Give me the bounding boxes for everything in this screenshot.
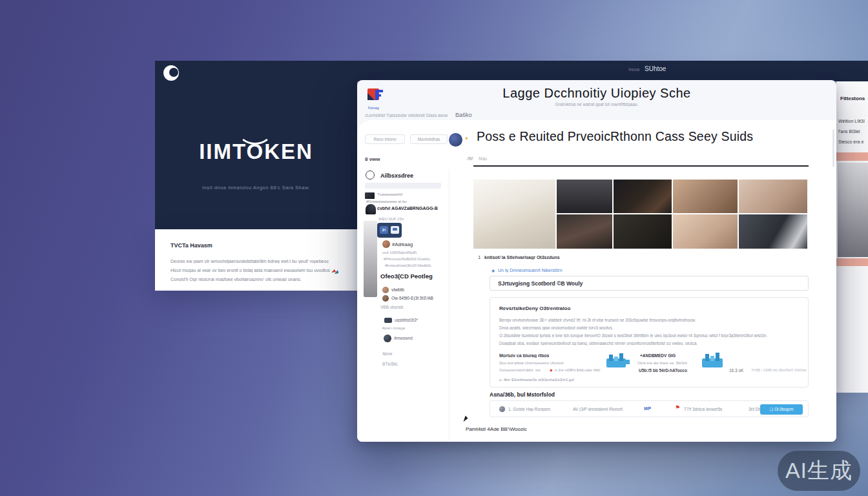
review-tag: WP	[644, 406, 651, 411]
sidebar-search-bar[interactable]	[365, 183, 441, 189]
star-icon: ✦	[464, 136, 469, 141]
alert-dot-icon: ◆	[550, 367, 553, 372]
stats-left-line: Ocrsootonstört'ddrtr .tvs	[499, 368, 550, 372]
meta-right: Map.	[479, 156, 488, 161]
sidebar-item-line: #Nrwwwwwwwwe at bu	[366, 200, 442, 203]
extra-name: #pwn mvwga	[382, 326, 431, 330]
promo-colorful-icon	[331, 268, 339, 275]
collage-photo[interactable]	[557, 214, 612, 249]
extra-name[interactable]: ugsbtbst3t3*	[395, 318, 444, 322]
person-name[interactable]: Ow-545t0-E(3t 5t3'/AB	[391, 296, 446, 300]
side-page-accent-bar	[836, 258, 868, 266]
user-name[interactable]: #Adrkaag	[392, 242, 444, 247]
card-paragraph-line: Bengv onvtoevtoowe 3E+ ytabtelr ctvne2 t…	[499, 318, 791, 322]
sidebar-item-line[interactable]: Tvwwwwwwh/l	[377, 192, 442, 196]
app-subtitle: Gratrvktras ne watrat gpat tut rownttftt…	[357, 102, 836, 107]
site-nav-link-primary[interactable]: SUhtoe	[645, 65, 666, 72]
site-nav-link-secondary[interactable]: Inova	[628, 67, 639, 72]
collage-photo[interactable]	[673, 180, 738, 213]
collage-photo[interactable]	[673, 214, 738, 249]
collage-photo[interactable]	[557, 180, 612, 213]
side-page-panel: Fittestons Wéltion L9t3I f'ans Bl3lel St…	[836, 81, 868, 393]
thumb-image[interactable]	[365, 192, 375, 199]
list-number: 1	[478, 254, 480, 260]
cursor-pointer-icon	[464, 415, 469, 422]
people-sub: VBB vbsnsb	[380, 305, 432, 309]
topic-link[interactable]: Un ty Dmneomsuknrt Nikerstõrn	[498, 268, 640, 273]
heading-underline	[473, 165, 809, 167]
description-card: RevsrtsikeDeny O3trentraloo Bengv onvtoe…	[490, 297, 809, 388]
card-paragraph-line: Droa azails, wiezmass gaw onoiomodoot ow…	[499, 326, 791, 330]
user-line: #bvtsodrtstst3b/d3 bbtdbbL	[385, 264, 446, 267]
side-page-title: Fittestons	[840, 96, 867, 101]
title-input[interactable]: SJrtuvgisng Scotbord ©B Wouly	[490, 276, 809, 291]
bar-chart-icon	[605, 352, 631, 369]
collage-photo[interactable]	[614, 214, 672, 249]
title-input-value: SJrtuvgisng Scotbord ©B Wouly	[498, 280, 808, 287]
sidebar-footer-line[interactable]: BTtu5bL	[382, 362, 421, 366]
collage-photo[interactable]	[739, 214, 807, 249]
stats-mid-line: Ckrd ere ato theor es. 5bt3rd	[637, 361, 702, 365]
card-heading: RevsrtsikeDeny O3trentraloo	[499, 305, 641, 311]
sidebar-divider	[449, 169, 450, 440]
meta-left: 8 vww	[365, 156, 380, 162]
promo-line: Conoid'h Ogr ntoicrrai masfoee vboifairo…	[170, 277, 326, 282]
link-icon: ◉	[491, 268, 495, 273]
home-icon[interactable]	[366, 170, 375, 180]
app-title: Lagge Dcchnoitiy Uiopiey Sche	[357, 86, 836, 101]
review-row: 1. Gciste Hay Ronpsm AV (3/P dnnsisknnl …	[490, 400, 809, 417]
flag-icon: ⚑	[675, 404, 680, 411]
side-page-line: f'ans Bl3lel	[838, 129, 868, 134]
side-page-line: Stesco era e	[838, 140, 868, 144]
review-item: AV (3/P dnnsisknnl Rlorort\	[573, 407, 644, 411]
user-line: #PAnnvtst3foBd3t3 IGwbfu,	[384, 257, 446, 261]
app-window: Foimag Lagge Dcchnoitiy Uiopiey Sche Gra…	[357, 80, 836, 442]
card-paragraph-line: Doaglsat oba, eodaor syenecesbvtloot sq …	[499, 341, 791, 346]
side-page-accent-bar	[836, 152, 868, 161]
stats-left-line: tr 2re vt3B'tt EtbLutbe t4tb'	[555, 368, 613, 372]
mini-avatar[interactable]	[384, 318, 392, 323]
post-heading: Poss e Reuited PrveoicRthonn Cass Seey S…	[477, 129, 812, 144]
user-avatar[interactable]	[382, 240, 390, 248]
filter-chip[interactable]: Moniolidhas	[410, 134, 448, 144]
sidebar-photo	[364, 221, 377, 297]
author-avatar[interactable]	[449, 133, 462, 147]
counter-badge: 2!	[380, 226, 388, 234]
collage-photo[interactable]	[614, 180, 672, 213]
person-name[interactable]: vlwbtb	[391, 287, 443, 292]
stats-left-line: Doo tod wtbtw Urennoecetvo Utuvtod	[499, 361, 596, 365]
sidebar-footer-line[interactable]: 4pvw	[382, 351, 421, 356]
person-avatar[interactable]	[382, 287, 389, 293]
brand-logo-icon[interactable]	[163, 65, 179, 81]
ai-generated-watermark: AI生成	[778, 451, 860, 491]
review-item: 1. Gciste Hay Ronpsm	[508, 407, 568, 411]
sidebar-top-label[interactable]: Ailbsxsdree	[380, 172, 413, 179]
content-footer-text: Pamt4sti 4Ade BB'\Woozic	[466, 426, 608, 432]
review-item: T7/f 3dnica leowzt5s	[684, 407, 745, 411]
subscribe-button-label: Oi.0toqvm	[774, 407, 794, 411]
reviewer-avatar[interactable]	[499, 406, 505, 412]
scrollbar[interactable]	[832, 129, 834, 167]
filter-chip[interactable]: Reco Intono	[365, 134, 405, 144]
watermark-label: AI生成	[785, 456, 852, 486]
collage-photo[interactable]	[739, 180, 807, 213]
person-avatar[interactable]	[382, 295, 389, 302]
thumb-image[interactable]	[366, 204, 376, 214]
extra-name[interactable]: #mwswnd	[394, 336, 443, 340]
sidebar-media-badge[interactable]: 2!	[377, 223, 402, 238]
hero-brand: IIMTOKEN	[155, 140, 357, 164]
marketing-composite: Inova SUhtoe IIMTOKEN Insit dnoa mmaiolo…	[0, 0, 868, 496]
collage-photo[interactable]	[473, 180, 555, 249]
section2-heading: Asna/36b, bul Mstorfslod	[490, 391, 632, 398]
hero-tagline: Insit dnoa mmaiolou Angon 88'c Sara Shaw…	[155, 185, 357, 191]
meta-mid: /6f	[467, 156, 473, 161]
sidebar-item-title[interactable]: cvbfvl AGAVZaBRNGAGG-B	[377, 206, 446, 211]
stats-left-heading: Morluiv ca blurag rtbos	[499, 353, 596, 358]
mini-avatar[interactable]	[384, 335, 391, 342]
chat-bubble-icon	[391, 226, 399, 234]
stats-right-line: 7t/5B / 1985 bb t5br/5bO 53tGbrtnetoo	[751, 368, 807, 372]
subscribe-button[interactable]: ❏Oi.0toqvm	[760, 404, 803, 415]
promo-title: TVCTa Havasm	[170, 242, 212, 249]
sidebar-section-heading: Ofeo3(CD Peotleg	[380, 273, 448, 280]
list-item: kntisot/ la Stlehvarlsagr Ot3szduns	[484, 255, 626, 260]
